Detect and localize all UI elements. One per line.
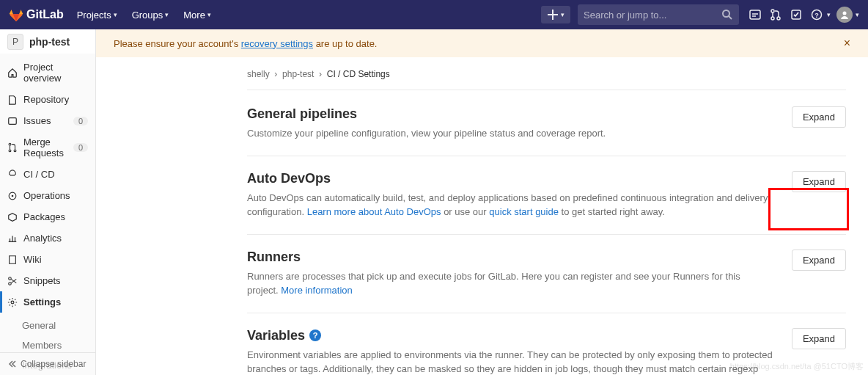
help-icon[interactable]: ? [309, 330, 321, 341]
doc-icon [7, 95, 18, 105]
todos-icon[interactable] [790, 9, 802, 21]
svg-point-15 [9, 277, 12, 280]
home-icon [7, 68, 18, 78]
crumb-project[interactable]: php-test [282, 69, 314, 79]
section-auto-devops: Auto DevOps Auto DevOps can automaticall… [247, 171, 846, 235]
nav-operations[interactable]: Operations [0, 185, 95, 206]
chevron-down-icon: ▾ [207, 11, 211, 18]
book-icon [7, 255, 18, 265]
brand-text: GitLab [26, 8, 64, 21]
merge-icon [7, 142, 18, 153]
count-badge: 0 [73, 117, 88, 125]
expand-button[interactable]: Expand [792, 106, 846, 128]
top-nav: Projects▾ Groups▾ More▾ [71, 5, 217, 25]
section-variables: Variables? Environment variables are app… [247, 328, 846, 376]
section-title: Runners [247, 250, 774, 265]
user-avatar[interactable] [836, 7, 853, 23]
search-input[interactable] [584, 10, 721, 21]
rocket-icon [7, 170, 18, 180]
chevron-down-icon: ▾ [165, 11, 169, 18]
auto-devops-learn-link[interactable]: Learn more about Auto DevOps [307, 206, 441, 217]
section-title: Variables? [247, 328, 774, 343]
breadcrumb: shelly › php-test › CI / CD Settings [247, 69, 846, 90]
section-desc: Customize your pipeline configuration, v… [247, 126, 774, 141]
tanuki-icon [9, 7, 23, 22]
svg-point-17 [11, 301, 14, 304]
svg-text:?: ? [814, 12, 819, 19]
svg-point-10 [9, 143, 11, 145]
svg-point-0 [723, 10, 729, 17]
svg-point-11 [9, 150, 11, 152]
nav-packages[interactable]: Packages [0, 206, 95, 227]
section-runners: Runners Runners are processes that pick … [247, 250, 846, 313]
user-icon [840, 10, 849, 19]
expand-button[interactable]: Expand [792, 171, 846, 192]
nav-more[interactable]: More▾ [177, 5, 217, 25]
svg-point-12 [14, 150, 16, 152]
svg-point-8 [843, 12, 847, 15]
crumb-current: CI / CD Settings [327, 69, 390, 79]
section-title: General pipelines [247, 106, 774, 122]
section-title: Auto DevOps [247, 171, 774, 186]
svg-point-2 [771, 10, 774, 12]
operations-icon [7, 191, 18, 201]
nav-overview[interactable]: Project overview [0, 57, 95, 89]
expand-button[interactable]: Expand [792, 328, 846, 349]
nav-repository[interactable]: Repository [0, 89, 95, 110]
search-box[interactable] [578, 4, 739, 25]
chevron-down-icon: ▾ [827, 11, 831, 18]
issues-icon[interactable] [749, 9, 761, 21]
subnav-general[interactable]: General [22, 316, 95, 335]
nav-snippets[interactable]: Snippets [0, 270, 95, 291]
section-general-pipelines: General pipelines Customize your pipelin… [247, 106, 846, 156]
svg-point-16 [9, 282, 12, 285]
nav-merge-requests[interactable]: Merge Requests0 [0, 131, 95, 164]
chevron-down-icon: ▾ [114, 11, 117, 18]
section-desc: Runners are processes that pick up and e… [247, 269, 774, 298]
scissors-icon [7, 276, 18, 286]
nav-groups[interactable]: Groups▾ [126, 5, 175, 25]
svg-point-14 [12, 194, 14, 197]
recovery-alert: Please ensure your account's recovery se… [96, 29, 868, 57]
package-icon [7, 212, 18, 222]
nav-settings[interactable]: Settings [0, 291, 95, 313]
runners-more-info-link[interactable]: More information [281, 285, 353, 296]
nav-wiki[interactable]: Wiki [0, 249, 95, 270]
main-content: Please ensure your account's recovery se… [96, 29, 868, 375]
help-icon[interactable]: ? [811, 9, 823, 21]
crumb-user[interactable]: shelly [247, 69, 270, 79]
gitlab-logo[interactable]: GitLab [9, 7, 64, 22]
nav-projects[interactable]: Projects▾ [71, 5, 123, 25]
nav-issues[interactable]: Issues0 [0, 110, 95, 131]
svg-rect-9 [9, 117, 17, 124]
project-sidebar: P php-test Project overview Repository I… [0, 29, 96, 375]
project-avatar: P [7, 34, 23, 50]
svg-point-4 [777, 17, 780, 20]
expand-button[interactable]: Expand [792, 250, 846, 271]
create-new-button[interactable]: ▾ [541, 6, 570, 23]
count-badge: 0 [73, 143, 88, 152]
nav-analytics[interactable]: Analytics [0, 227, 95, 249]
search-icon [721, 9, 733, 21]
plus-icon [547, 9, 559, 21]
collapse-sidebar[interactable]: Collapse sidebar [0, 352, 95, 375]
close-icon[interactable]: × [844, 37, 850, 50]
section-desc: Environment variables are applied to env… [247, 348, 774, 376]
top-navbar: GitLab Projects▾ Groups▾ More▾ ▾ ? ▾ ▾ [0, 0, 868, 29]
chevron-down-icon: ▾ [561, 11, 564, 18]
svg-point-3 [771, 17, 774, 20]
gear-icon [7, 297, 18, 307]
project-header[interactable]: P php-test [0, 29, 95, 54]
chart-icon [7, 233, 18, 244]
section-desc: Auto DevOps can automatically build, tes… [247, 191, 774, 219]
sidebar-nav: Project overview Repository Issues0 Merg… [0, 54, 95, 316]
merge-requests-icon[interactable] [770, 9, 781, 21]
chevron-down-icon: ▾ [856, 11, 859, 18]
chevron-left-icon [7, 360, 16, 368]
svg-rect-1 [750, 10, 760, 19]
project-name: php-test [29, 36, 70, 48]
nav-cicd[interactable]: CI / CD [0, 164, 95, 185]
quick-start-link[interactable]: quick start guide [489, 206, 559, 217]
recovery-link[interactable]: recovery settings [241, 38, 313, 49]
issues-icon [7, 116, 18, 126]
